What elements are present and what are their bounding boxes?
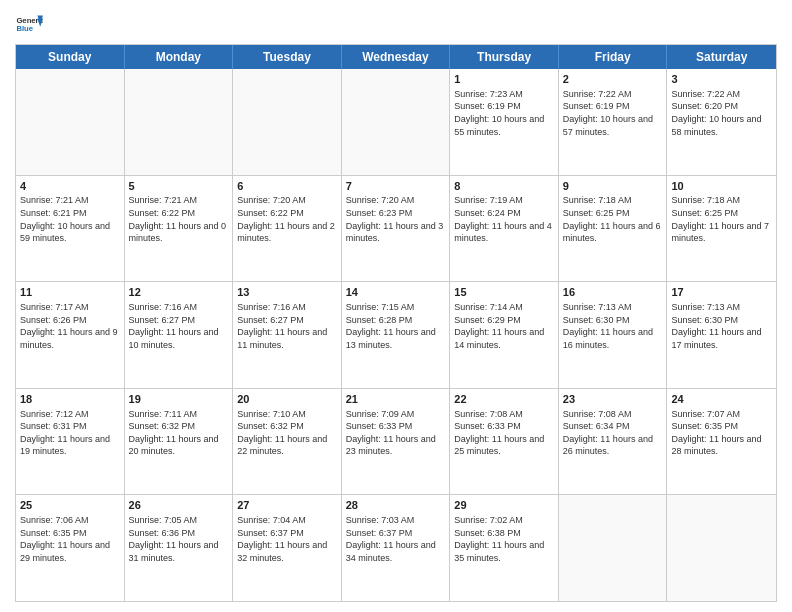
calendar-header: SundayMondayTuesdayWednesdayThursdayFrid… <box>16 45 776 69</box>
day-number: 23 <box>563 392 663 407</box>
sun-info: Sunrise: 7:16 AMSunset: 6:27 PMDaylight:… <box>129 301 229 351</box>
calendar-cell <box>559 495 668 601</box>
sun-info: Sunrise: 7:13 AMSunset: 6:30 PMDaylight:… <box>671 301 772 351</box>
day-number: 19 <box>129 392 229 407</box>
day-number: 5 <box>129 179 229 194</box>
sun-info: Sunrise: 7:06 AMSunset: 6:35 PMDaylight:… <box>20 514 120 564</box>
calendar: SundayMondayTuesdayWednesdayThursdayFrid… <box>15 44 777 602</box>
sun-info: Sunrise: 7:19 AMSunset: 6:24 PMDaylight:… <box>454 194 554 244</box>
day-number: 8 <box>454 179 554 194</box>
day-number: 2 <box>563 72 663 87</box>
calendar-cell: 6Sunrise: 7:20 AMSunset: 6:22 PMDaylight… <box>233 176 342 282</box>
day-number: 12 <box>129 285 229 300</box>
day-number: 11 <box>20 285 120 300</box>
calendar-cell: 18Sunrise: 7:12 AMSunset: 6:31 PMDayligh… <box>16 389 125 495</box>
header: General Blue <box>15 10 777 38</box>
sun-info: Sunrise: 7:05 AMSunset: 6:36 PMDaylight:… <box>129 514 229 564</box>
day-number: 24 <box>671 392 772 407</box>
weekday-header-wednesday: Wednesday <box>342 45 451 69</box>
calendar-cell: 9Sunrise: 7:18 AMSunset: 6:25 PMDaylight… <box>559 176 668 282</box>
day-number: 22 <box>454 392 554 407</box>
calendar-cell: 17Sunrise: 7:13 AMSunset: 6:30 PMDayligh… <box>667 282 776 388</box>
calendar-cell: 2Sunrise: 7:22 AMSunset: 6:19 PMDaylight… <box>559 69 668 175</box>
sun-info: Sunrise: 7:11 AMSunset: 6:32 PMDaylight:… <box>129 408 229 458</box>
calendar-cell: 28Sunrise: 7:03 AMSunset: 6:37 PMDayligh… <box>342 495 451 601</box>
calendar-row-1: 1Sunrise: 7:23 AMSunset: 6:19 PMDaylight… <box>16 69 776 175</box>
sun-info: Sunrise: 7:09 AMSunset: 6:33 PMDaylight:… <box>346 408 446 458</box>
day-number: 9 <box>563 179 663 194</box>
day-number: 20 <box>237 392 337 407</box>
day-number: 27 <box>237 498 337 513</box>
day-number: 28 <box>346 498 446 513</box>
weekday-header-monday: Monday <box>125 45 234 69</box>
calendar-cell <box>233 69 342 175</box>
calendar-cell: 27Sunrise: 7:04 AMSunset: 6:37 PMDayligh… <box>233 495 342 601</box>
sun-info: Sunrise: 7:07 AMSunset: 6:35 PMDaylight:… <box>671 408 772 458</box>
day-number: 29 <box>454 498 554 513</box>
sun-info: Sunrise: 7:03 AMSunset: 6:37 PMDaylight:… <box>346 514 446 564</box>
day-number: 7 <box>346 179 446 194</box>
calendar-cell <box>16 69 125 175</box>
calendar-cell <box>667 495 776 601</box>
day-number: 16 <box>563 285 663 300</box>
day-number: 6 <box>237 179 337 194</box>
calendar-row-4: 18Sunrise: 7:12 AMSunset: 6:31 PMDayligh… <box>16 388 776 495</box>
calendar-cell: 15Sunrise: 7:14 AMSunset: 6:29 PMDayligh… <box>450 282 559 388</box>
calendar-cell: 7Sunrise: 7:20 AMSunset: 6:23 PMDaylight… <box>342 176 451 282</box>
sun-info: Sunrise: 7:14 AMSunset: 6:29 PMDaylight:… <box>454 301 554 351</box>
calendar-cell: 22Sunrise: 7:08 AMSunset: 6:33 PMDayligh… <box>450 389 559 495</box>
calendar-cell <box>125 69 234 175</box>
sun-info: Sunrise: 7:08 AMSunset: 6:33 PMDaylight:… <box>454 408 554 458</box>
day-number: 18 <box>20 392 120 407</box>
day-number: 13 <box>237 285 337 300</box>
calendar-cell: 5Sunrise: 7:21 AMSunset: 6:22 PMDaylight… <box>125 176 234 282</box>
logo: General Blue <box>15 10 43 38</box>
day-number: 1 <box>454 72 554 87</box>
sun-info: Sunrise: 7:22 AMSunset: 6:19 PMDaylight:… <box>563 88 663 138</box>
day-number: 17 <box>671 285 772 300</box>
sun-info: Sunrise: 7:13 AMSunset: 6:30 PMDaylight:… <box>563 301 663 351</box>
day-number: 21 <box>346 392 446 407</box>
sun-info: Sunrise: 7:15 AMSunset: 6:28 PMDaylight:… <box>346 301 446 351</box>
sun-info: Sunrise: 7:22 AMSunset: 6:20 PMDaylight:… <box>671 88 772 138</box>
calendar-row-3: 11Sunrise: 7:17 AMSunset: 6:26 PMDayligh… <box>16 281 776 388</box>
calendar-cell: 12Sunrise: 7:16 AMSunset: 6:27 PMDayligh… <box>125 282 234 388</box>
calendar-cell: 1Sunrise: 7:23 AMSunset: 6:19 PMDaylight… <box>450 69 559 175</box>
calendar-cell: 3Sunrise: 7:22 AMSunset: 6:20 PMDaylight… <box>667 69 776 175</box>
sun-info: Sunrise: 7:21 AMSunset: 6:22 PMDaylight:… <box>129 194 229 244</box>
calendar-row-5: 25Sunrise: 7:06 AMSunset: 6:35 PMDayligh… <box>16 494 776 601</box>
day-number: 25 <box>20 498 120 513</box>
day-number: 3 <box>671 72 772 87</box>
weekday-header-thursday: Thursday <box>450 45 559 69</box>
calendar-cell: 14Sunrise: 7:15 AMSunset: 6:28 PMDayligh… <box>342 282 451 388</box>
calendar-cell: 11Sunrise: 7:17 AMSunset: 6:26 PMDayligh… <box>16 282 125 388</box>
sun-info: Sunrise: 7:23 AMSunset: 6:19 PMDaylight:… <box>454 88 554 138</box>
calendar-cell: 13Sunrise: 7:16 AMSunset: 6:27 PMDayligh… <box>233 282 342 388</box>
sun-info: Sunrise: 7:18 AMSunset: 6:25 PMDaylight:… <box>563 194 663 244</box>
weekday-header-sunday: Sunday <box>16 45 125 69</box>
sun-info: Sunrise: 7:04 AMSunset: 6:37 PMDaylight:… <box>237 514 337 564</box>
sun-info: Sunrise: 7:10 AMSunset: 6:32 PMDaylight:… <box>237 408 337 458</box>
day-number: 26 <box>129 498 229 513</box>
calendar-cell: 24Sunrise: 7:07 AMSunset: 6:35 PMDayligh… <box>667 389 776 495</box>
calendar-cell: 8Sunrise: 7:19 AMSunset: 6:24 PMDaylight… <box>450 176 559 282</box>
weekday-header-friday: Friday <box>559 45 668 69</box>
calendar-cell: 16Sunrise: 7:13 AMSunset: 6:30 PMDayligh… <box>559 282 668 388</box>
day-number: 15 <box>454 285 554 300</box>
logo-icon: General Blue <box>15 10 43 38</box>
calendar-cell: 25Sunrise: 7:06 AMSunset: 6:35 PMDayligh… <box>16 495 125 601</box>
sun-info: Sunrise: 7:12 AMSunset: 6:31 PMDaylight:… <box>20 408 120 458</box>
day-number: 10 <box>671 179 772 194</box>
sun-info: Sunrise: 7:08 AMSunset: 6:34 PMDaylight:… <box>563 408 663 458</box>
sun-info: Sunrise: 7:20 AMSunset: 6:22 PMDaylight:… <box>237 194 337 244</box>
calendar-cell: 29Sunrise: 7:02 AMSunset: 6:38 PMDayligh… <box>450 495 559 601</box>
calendar-cell: 4Sunrise: 7:21 AMSunset: 6:21 PMDaylight… <box>16 176 125 282</box>
calendar-body: 1Sunrise: 7:23 AMSunset: 6:19 PMDaylight… <box>16 69 776 601</box>
sun-info: Sunrise: 7:18 AMSunset: 6:25 PMDaylight:… <box>671 194 772 244</box>
weekday-header-saturday: Saturday <box>667 45 776 69</box>
sun-info: Sunrise: 7:02 AMSunset: 6:38 PMDaylight:… <box>454 514 554 564</box>
sun-info: Sunrise: 7:21 AMSunset: 6:21 PMDaylight:… <box>20 194 120 244</box>
day-number: 14 <box>346 285 446 300</box>
svg-text:Blue: Blue <box>16 24 33 33</box>
calendar-cell: 20Sunrise: 7:10 AMSunset: 6:32 PMDayligh… <box>233 389 342 495</box>
